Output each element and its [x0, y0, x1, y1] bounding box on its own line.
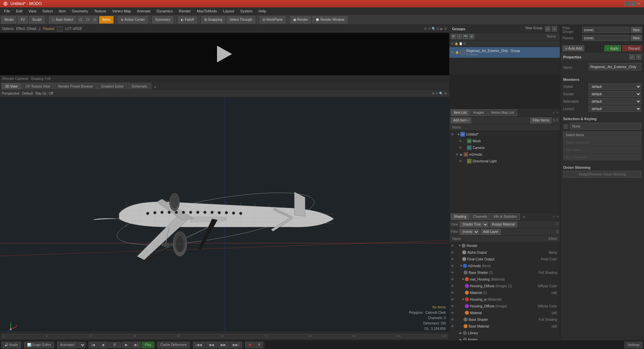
- discard-btn[interactable]: ✕ Discard: [622, 45, 642, 51]
- sculpt-btn[interactable]: Sculpt: [29, 16, 45, 23]
- item-row-mesh[interactable]: 👁 M Mesh: [449, 138, 560, 144]
- key-items-btn[interactable]: Key Items: [563, 146, 641, 153]
- next-frame-btn[interactable]: ▶: [122, 342, 131, 348]
- select-through-btn[interactable]: Select Through: [226, 16, 255, 23]
- shading-close[interactable]: ×: [556, 215, 558, 218]
- shader-row-alpha[interactable]: 👁 Alpha Output Alpha: [449, 249, 560, 256]
- visible-dropdown[interactable]: default: [589, 84, 641, 90]
- passes-input[interactable]: [582, 35, 629, 41]
- snapping-btn[interactable]: ⊞ Snapping: [201, 16, 225, 23]
- shader-row-housingdiff[interactable]: 👁 Housing_Diffuse (Image) (2) Diffuse Co…: [449, 283, 560, 289]
- none-btn[interactable]: None: [570, 123, 641, 130]
- groups-add-btn[interactable]: +: [457, 34, 462, 39]
- shader-row-mat2[interactable]: 👁 Material (2) (all): [449, 289, 560, 296]
- menu-edit[interactable]: Edit: [13, 8, 25, 14]
- menu-geometry[interactable]: Geometry: [69, 8, 91, 14]
- f2-btn[interactable]: F2: [18, 16, 28, 23]
- expand-m2modo[interactable]: ▶: [460, 153, 464, 156]
- menu-system[interactable]: System: [237, 8, 255, 14]
- next-key-btn[interactable]: ▶|: [131, 342, 141, 348]
- render-window-btn[interactable]: 🔲 Render Window: [312, 16, 347, 23]
- add-layer-btn[interactable]: Add Layer: [481, 229, 501, 235]
- menu-help[interactable]: Help: [256, 8, 269, 14]
- expand-untitled[interactable]: ▼: [457, 133, 460, 136]
- shader-row-housingw[interactable]: 👁 ▼ Housing_w (Material): [449, 296, 560, 303]
- groups-expand-btn[interactable]: ⤢: [545, 26, 550, 32]
- items-btn[interactable]: Items: [99, 16, 113, 23]
- item-list-expand[interactable]: ⤢: [552, 111, 555, 114]
- tab-item-list[interactable]: Item List: [451, 109, 470, 116]
- menu-texture[interactable]: Texture: [92, 8, 109, 14]
- pass-groups-new-btn[interactable]: New: [631, 27, 642, 33]
- timeline-bar[interactable]: 0 12 24 36 48 60 72 84 96 108 120: [1, 334, 448, 339]
- symmetry-btn[interactable]: Symmetry: [152, 16, 173, 23]
- options-label[interactable]: Options: [2, 27, 13, 31]
- locked-dropdown[interactable]: default: [589, 106, 641, 112]
- render-dropdown[interactable]: default: [589, 91, 641, 97]
- shading-add-tab[interactable]: +: [521, 214, 527, 219]
- preview-canvas[interactable]: [0, 33, 449, 75]
- record-btn[interactable]: ⏺: [245, 342, 255, 348]
- tab-schematic[interactable]: Schematic: [128, 83, 151, 90]
- menu-view[interactable]: View: [26, 8, 39, 14]
- groups-camera-btn[interactable]: 📷: [463, 34, 468, 39]
- falloff-btn[interactable]: ◐ Falloff: [178, 16, 197, 23]
- groups-close-btn[interactable]: ×: [552, 26, 557, 32]
- workplane-btn[interactable]: ⊟ WorkPlane: [260, 16, 286, 23]
- passes-new-btn[interactable]: New: [631, 35, 642, 41]
- perspective-label[interactable]: Perspective: [2, 92, 19, 95]
- settings-btn[interactable]: Settings: [625, 342, 643, 348]
- shading-F-btn[interactable]: F: [556, 222, 558, 226]
- shader-row-m2modo[interactable]: 👁 ▼ m2modo (Item): [449, 262, 560, 269]
- tab-uvtexture[interactable]: UV Texture View: [22, 83, 54, 90]
- viewport-content[interactable]: No Items Polygons : Catmull-Clark Channe…: [0, 97, 449, 340]
- shader-row-finalcolor[interactable]: 👁 Final Color Output Final Color: [449, 256, 560, 262]
- auto-select-btn[interactable]: ⬡ Auto Select: [49, 16, 76, 23]
- menu-maxtomodo[interactable]: MaxToModo: [194, 8, 220, 14]
- shader-row-housingdiff2[interactable]: 👁 Housing_Diffuse (Image) Diffuse Color: [449, 303, 560, 309]
- item-row-camera[interactable]: 👁 C Camera: [449, 144, 560, 151]
- shader-row-mathousing[interactable]: 👁 ▼ mat_Housing (Material): [449, 276, 560, 283]
- shader-row-library[interactable]: ▶ Library: [449, 330, 560, 336]
- shield-btn-3[interactable]: ⬡: [92, 16, 98, 23]
- animated-btn[interactable]: Animated: [57, 342, 77, 348]
- properties-expand-btn[interactable]: ⤢: [629, 54, 635, 60]
- menu-render[interactable]: Render: [176, 8, 194, 14]
- apply-btn[interactable]: ✓ Apply: [604, 45, 621, 51]
- action-center-btn[interactable]: ⊕ Action Center: [118, 16, 148, 23]
- shader-row-baseshader[interactable]: 👁 Base Shader (2) Full Shading: [449, 269, 560, 276]
- auto-add-btn[interactable]: ⊕ Auto Add: [562, 45, 584, 51]
- viewport-3d[interactable]: Perspective Default Ray GL: Off ⚙ ↺ 🔍 ⚙: [0, 90, 449, 340]
- playback-rw-btn[interactable]: ◀◀: [206, 342, 217, 348]
- graph-editor-btn[interactable]: 📊 Graph Editor: [24, 342, 54, 348]
- shader-row-mat3[interactable]: 👁 Material (all): [449, 309, 560, 316]
- group-row-regional[interactable]: 👁 🔒 G Regional_Jet_Exterior_Only : Group…: [449, 47, 560, 58]
- render-btn[interactable]: ▣ Render: [290, 16, 311, 23]
- name-input[interactable]: [589, 63, 641, 70]
- shader-row-nodes[interactable]: ▶ Nodes: [449, 336, 560, 340]
- prev-frame-btn[interactable]: ◀: [99, 342, 107, 348]
- tab-channels[interactable]: Channels: [470, 213, 490, 220]
- select-items-btn[interactable]: Select Items: [563, 132, 641, 138]
- expand-m2modo-sh[interactable]: ▼: [460, 264, 463, 267]
- groups-eye-btn[interactable]: 👁: [451, 34, 456, 39]
- pass-groups-input[interactable]: [582, 27, 629, 33]
- tab-3dview[interactable]: 3D View: [1, 83, 21, 90]
- minimize-btn[interactable]: ─: [625, 1, 629, 6]
- animated-dropdown[interactable]: [78, 342, 86, 348]
- shader-row-baseshader2[interactable]: 👁 Base Shader Full Shading: [449, 316, 560, 323]
- select-channels-btn[interactable]: Select Channels: [563, 139, 641, 146]
- playback-end-btn[interactable]: ▶▶|: [230, 342, 242, 348]
- audio-btn[interactable]: 🔊 Audio: [1, 342, 21, 348]
- item-list-close[interactable]: ×: [556, 111, 558, 114]
- item-row-m2modo[interactable]: 👁 ▶ G m2modo: [449, 151, 560, 158]
- cache-deformers-btn[interactable]: Cache Deformers: [157, 342, 190, 348]
- groups-settings-btn[interactable]: ⚙: [469, 34, 474, 39]
- play-button[interactable]: [216, 46, 233, 62]
- key-channels-btn[interactable]: Key Channels: [563, 154, 641, 160]
- properties-close-btn[interactable]: ×: [636, 54, 641, 60]
- add-item-btn[interactable]: Add Item ▾: [451, 117, 471, 123]
- expand-mathousing[interactable]: ▼: [462, 278, 465, 281]
- expand-housingw[interactable]: ▼: [462, 298, 465, 301]
- filter-items-btn[interactable]: Filter Items: [530, 117, 551, 123]
